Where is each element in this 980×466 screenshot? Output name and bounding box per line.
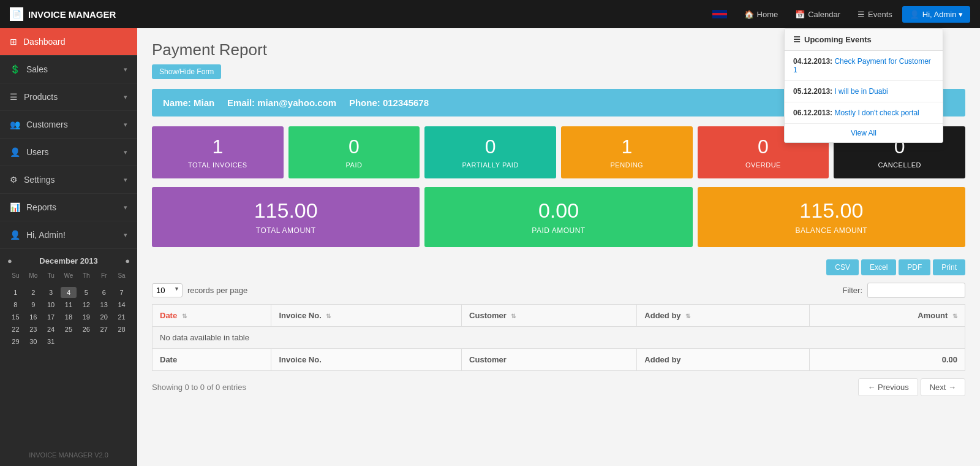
cal-day[interactable]: 4 xyxy=(61,287,77,298)
csv-button[interactable]: CSV xyxy=(826,259,859,275)
stat-card-partially-paid: 0 PARTIALLY PAID xyxy=(424,126,556,178)
col-header-amount[interactable]: Amount ⇅ xyxy=(810,304,965,326)
sort-icon-invoice-no: ⇅ xyxy=(326,313,331,319)
sidebar-calendar: ● December 2013 ● SuMoTuWeThFrSa 1234567… xyxy=(0,249,137,354)
nav-home[interactable]: 🏠 Home xyxy=(737,6,786,23)
cal-next-btn[interactable]: ● xyxy=(125,256,130,265)
footer-date: Date xyxy=(153,348,271,370)
cal-day[interactable]: 15 xyxy=(7,311,24,323)
home-icon: 🏠 xyxy=(744,10,754,19)
cal-day[interactable]: 11 xyxy=(61,299,77,310)
cal-day[interactable]: 21 xyxy=(113,311,130,323)
prev-page-button[interactable]: ← Previous xyxy=(858,378,918,396)
cal-day[interactable]: 31 xyxy=(43,336,59,347)
cal-day[interactable]: 6 xyxy=(96,287,112,298)
col-header-added-by[interactable]: Added by ⇅ xyxy=(637,304,810,326)
cal-day[interactable]: 7 xyxy=(113,287,130,298)
table-header-row: Date ⇅Invoice No. ⇅Customer ⇅Added by ⇅A… xyxy=(153,304,965,326)
cal-day[interactable]: 24 xyxy=(43,324,59,335)
reports-icon: 📊 xyxy=(10,202,20,212)
cal-day[interactable]: 25 xyxy=(61,324,77,335)
sidebar-item-settings[interactable]: ⚙ Settings ▾ xyxy=(0,166,137,194)
event-item-1[interactable]: 04.12.2013: Check Payment for Customer 1 xyxy=(785,51,943,81)
cal-day[interactable]: 8 xyxy=(7,299,24,310)
col-header-customer[interactable]: Customer ⇅ xyxy=(462,304,637,326)
cal-day[interactable]: 9 xyxy=(25,299,42,310)
footer-customer: Customer xyxy=(462,348,637,370)
sidebar-item-dashboard[interactable]: ⊞ Dashboard xyxy=(0,28,137,56)
amount-number-balance-amount: 115.00 xyxy=(707,199,956,222)
cal-day-name: Fr xyxy=(96,270,112,281)
cal-day[interactable]: 10 xyxy=(43,299,59,310)
table-footer-row: Date Invoice No. Customer Added by 0.00 xyxy=(153,348,965,370)
view-all-link[interactable]: View All xyxy=(785,124,943,142)
users-arrow: ▾ xyxy=(124,148,127,156)
cal-day[interactable]: 19 xyxy=(78,311,94,323)
sidebar-item-reports[interactable]: 📊 Reports ▾ xyxy=(0,194,137,221)
brand-title: INVOICE MANAGER xyxy=(28,9,116,20)
sidebar-item-customers[interactable]: 👥 Customers ▾ xyxy=(0,111,137,139)
next-page-button[interactable]: Next → xyxy=(921,378,965,396)
cal-day[interactable]: 29 xyxy=(7,336,24,347)
table-actions: CSV Excel PDF Print xyxy=(152,259,965,275)
sales-icon: 💲 xyxy=(10,64,20,74)
cal-day[interactable]: 26 xyxy=(78,324,94,335)
amount-number-paid-amount: 0.00 xyxy=(434,199,682,222)
cal-day[interactable]: 5 xyxy=(78,287,94,298)
pdf-button[interactable]: PDF xyxy=(899,259,930,275)
show-hide-form-button[interactable]: Show/Hide Form xyxy=(152,64,221,79)
nav-admin[interactable]: 👤 Hi, Admin ▾ xyxy=(902,6,970,23)
cal-day[interactable]: 12 xyxy=(78,299,94,310)
stat-label-pending: PENDING xyxy=(567,161,687,169)
sidebar-item-products[interactable]: ☰ Products ▾ xyxy=(0,83,137,111)
hi-admin-arrow: ▾ xyxy=(124,231,127,239)
stat-card-pending: 1 PENDING xyxy=(561,126,693,178)
cal-day[interactable]: 23 xyxy=(25,324,42,335)
col-header-invoice-no[interactable]: Invoice No. ⇅ xyxy=(271,304,462,326)
top-nav: 📄 INVOICE MANAGER 🏠 Home 📅 Calendar ☰ Ev… xyxy=(0,0,980,28)
stat-label-total-invoices: TOTAL INVOICES xyxy=(158,161,277,169)
sidebar-item-users[interactable]: 👤 Users ▾ xyxy=(0,139,137,166)
cal-day-name: We xyxy=(61,270,77,281)
cal-day[interactable]: 3 xyxy=(43,287,59,298)
filter-input[interactable] xyxy=(867,283,965,298)
stat-label-partially-paid: PARTIALLY PAID xyxy=(431,161,550,169)
amounts-row: 115.00 TOTAL AMOUNT 0.00 PAID AMOUNT 115… xyxy=(152,187,965,246)
cal-prev-btn[interactable]: ● xyxy=(7,256,12,265)
cal-day[interactable]: 20 xyxy=(96,311,112,323)
cal-day[interactable]: 14 xyxy=(113,299,130,310)
cal-day[interactable]: 1 xyxy=(7,287,24,298)
cal-month-label: December 2013 xyxy=(39,256,97,265)
amount-card-balance-amount: 115.00 BALANCE AMOUNT xyxy=(698,187,965,246)
sidebar-item-hi-admin[interactable]: 👤 Hi, Admin! ▾ xyxy=(0,221,137,249)
cal-day[interactable]: 18 xyxy=(61,311,77,323)
excel-button[interactable]: Excel xyxy=(861,259,896,275)
customers-arrow: ▾ xyxy=(124,121,127,129)
cal-day xyxy=(43,282,59,286)
nav-events[interactable]: ☰ Events xyxy=(850,6,900,23)
table-foot: Date Invoice No. Customer Added by 0.00 xyxy=(153,348,965,370)
cal-day[interactable]: 28 xyxy=(113,324,130,335)
per-page-wrapper: 10 25 50 100 xyxy=(152,283,183,297)
records-label: records per page xyxy=(187,286,247,295)
cal-day xyxy=(7,282,24,286)
cal-day[interactable]: 13 xyxy=(96,299,112,310)
event-item-2[interactable]: 05.12.2013: I will be in Duabi xyxy=(785,81,943,102)
cal-day[interactable]: 22 xyxy=(7,324,24,335)
cal-day[interactable]: 17 xyxy=(43,311,59,323)
per-page-select[interactable]: 10 25 50 100 xyxy=(152,283,183,297)
table-no-data-row: No data available in table xyxy=(153,326,965,348)
amount-label-balance-amount: BALANCE AMOUNT xyxy=(707,226,956,235)
cal-day[interactable]: 30 xyxy=(25,336,42,347)
print-button[interactable]: Print xyxy=(933,259,965,275)
event-item-3[interactable]: 06.12.2013: Mostly I don't check portal xyxy=(785,102,943,124)
cal-day xyxy=(25,282,42,286)
settings-icon: ⚙ xyxy=(10,175,18,185)
dashboard-icon: ⊞ xyxy=(10,37,17,47)
sidebar-item-sales[interactable]: 💲 Sales ▾ xyxy=(0,56,137,83)
col-header-date[interactable]: Date ⇅ xyxy=(153,304,271,326)
nav-calendar[interactable]: 📅 Calendar xyxy=(788,6,848,23)
cal-day[interactable]: 16 xyxy=(25,311,42,323)
cal-day[interactable]: 27 xyxy=(96,324,112,335)
cal-day[interactable]: 2 xyxy=(25,287,42,298)
